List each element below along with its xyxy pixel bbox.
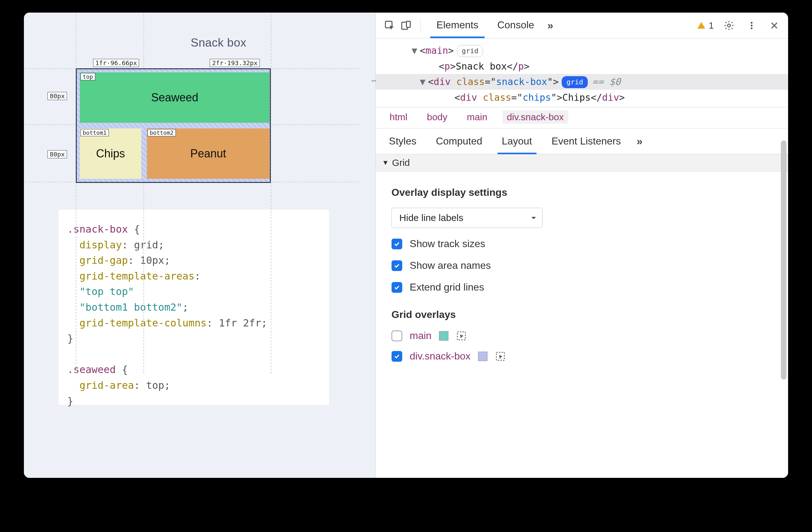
overlay-row-main: main: [392, 330, 772, 341]
dom-node-snack-box[interactable]: ▼<div class="snack-box">grid== $0: [376, 74, 788, 90]
subtab-styles[interactable]: Styles: [382, 128, 423, 154]
tab-console[interactable]: Console: [489, 13, 543, 38]
svg-point-5: [751, 25, 753, 26]
close-icon[interactable]: [767, 18, 782, 33]
select-value: Hide line labels: [400, 212, 463, 223]
svg-point-3: [727, 24, 730, 27]
layout-grid-body: Overlay display settings Hide line label…: [376, 171, 788, 374]
check-area-names[interactable]: Show area names: [392, 260, 772, 271]
grid-cell-chips[interactable]: bottom1 Chips: [80, 128, 141, 179]
selected-node-var: == $0: [592, 76, 621, 87]
cell-text: Peanut: [190, 147, 226, 160]
check-label: Show track sizes: [410, 238, 485, 250]
grid-section-title: Grid: [392, 157, 410, 168]
crumb-snack-box[interactable]: div.snack-box: [503, 111, 568, 124]
row-size-label: 80px: [47, 150, 67, 158]
check-track-sizes[interactable]: Show track sizes: [392, 238, 772, 250]
highlight-element-icon[interactable]: [456, 331, 467, 341]
overlay-element-name[interactable]: main: [410, 330, 432, 341]
grid-badge[interactable]: grid: [457, 45, 483, 57]
svg-rect-2: [406, 21, 410, 27]
dom-node-chips[interactable]: <div class="chips">Chips</div>: [383, 90, 788, 106]
checkbox-icon[interactable]: [392, 239, 402, 249]
subtab-event-listeners[interactable]: Event Listeners: [545, 128, 628, 154]
svg-point-6: [751, 27, 753, 29]
page-title: Snack box: [74, 36, 363, 50]
check-extend-lines[interactable]: Extend grid lines: [392, 281, 772, 293]
line-labels-select[interactable]: Hide line labels: [392, 208, 542, 228]
tab-elements[interactable]: Elements: [428, 13, 487, 38]
snack-box-grid[interactable]: top Seaweed bottom1 Chips bottom2 Peanut: [76, 68, 271, 183]
devtools-toolbar: Elements Console » 1: [376, 13, 788, 38]
grid-guide-line: [271, 13, 271, 374]
crumb-html[interactable]: html: [385, 111, 412, 124]
column-size-labels: 1fr·96.66px 2fr·193.32px: [76, 59, 271, 67]
area-name-tag: bottom2: [147, 129, 176, 136]
chevron-down-icon: ▼: [382, 159, 389, 167]
svg-point-4: [751, 22, 753, 24]
row-size-label: 80px: [47, 92, 67, 100]
dom-node-main[interactable]: ▼<main>grid: [383, 43, 788, 58]
app-window: Snack box 1fr·96.66px 2fr·193.32px 80px …: [24, 13, 788, 478]
css-code-block: .snack-box { display: grid; grid-gap: 10…: [58, 210, 329, 405]
toolbar-separator: [420, 18, 421, 33]
dom-node-p[interactable]: <p>Snack box</p>: [383, 58, 788, 74]
checkbox-icon[interactable]: [392, 260, 402, 271]
devtools-panel: Elements Console » 1 ▼<main>grid: [376, 13, 788, 478]
kebab-menu-icon[interactable]: [744, 18, 759, 33]
inspect-element-icon[interactable]: [382, 18, 397, 33]
overlay-settings-title: Overlay display settings: [392, 187, 772, 198]
subtab-layout[interactable]: Layout: [495, 128, 539, 154]
page-viewport: Snack box 1fr·96.66px 2fr·193.32px 80px …: [24, 13, 376, 478]
grid-guide-line: [143, 13, 144, 374]
tabs-overflow-icon[interactable]: »: [548, 19, 553, 31]
scrollbar[interactable]: [781, 43, 786, 473]
checkbox-icon[interactable]: [392, 282, 402, 293]
gear-icon[interactable]: [722, 18, 737, 33]
scrollbar-thumb[interactable]: [781, 140, 786, 380]
color-swatch[interactable]: [478, 352, 488, 361]
color-swatch[interactable]: [439, 331, 448, 340]
grid-guide-line: [76, 13, 76, 374]
col-size-label: 2fr·193.32px: [210, 59, 260, 67]
dom-breadcrumb: html body main div.snack-box: [376, 107, 788, 128]
check-label: Extend grid lines: [410, 281, 484, 293]
sidebar-tabs: Styles Computed Layout Event Listeners »: [376, 128, 788, 154]
grid-cell-peanut[interactable]: bottom2 Peanut: [147, 128, 270, 179]
grid-section-header[interactable]: ▼ Grid: [376, 154, 788, 171]
grid-overlay-zone: 1fr·96.66px 2fr·193.32px 80px 80px top S…: [76, 59, 271, 183]
highlight-element-icon[interactable]: [495, 351, 506, 362]
overlay-element-name[interactable]: div.snack-box: [410, 350, 470, 362]
checkbox-icon[interactable]: [392, 351, 402, 362]
grid-badge[interactable]: grid: [562, 76, 588, 88]
crumb-body[interactable]: body: [422, 111, 452, 124]
device-toolbar-icon[interactable]: [398, 18, 414, 33]
subtab-computed[interactable]: Computed: [429, 128, 489, 154]
check-label: Show area names: [410, 260, 491, 271]
warnings-indicator[interactable]: 1: [697, 20, 714, 31]
warning-count: 1: [709, 20, 714, 31]
dom-tree[interactable]: ▼<main>grid <p>Snack box</p> ▼<div class…: [376, 38, 788, 107]
checkbox-icon[interactable]: [392, 331, 402, 341]
crumb-main[interactable]: main: [463, 111, 492, 124]
cell-text: Seaweed: [151, 91, 198, 104]
cell-text: Chips: [96, 147, 125, 160]
grid-overlays-title: Grid overlays: [392, 309, 772, 320]
grid-cell-seaweed[interactable]: top Seaweed: [80, 72, 270, 123]
area-name-tag: bottom1: [81, 129, 109, 136]
subtabs-overflow-icon[interactable]: »: [637, 135, 642, 147]
area-name-tag: top: [81, 73, 95, 80]
overlay-row-snack-box: div.snack-box: [392, 350, 772, 362]
col-size-label: 1fr·96.66px: [93, 59, 139, 67]
